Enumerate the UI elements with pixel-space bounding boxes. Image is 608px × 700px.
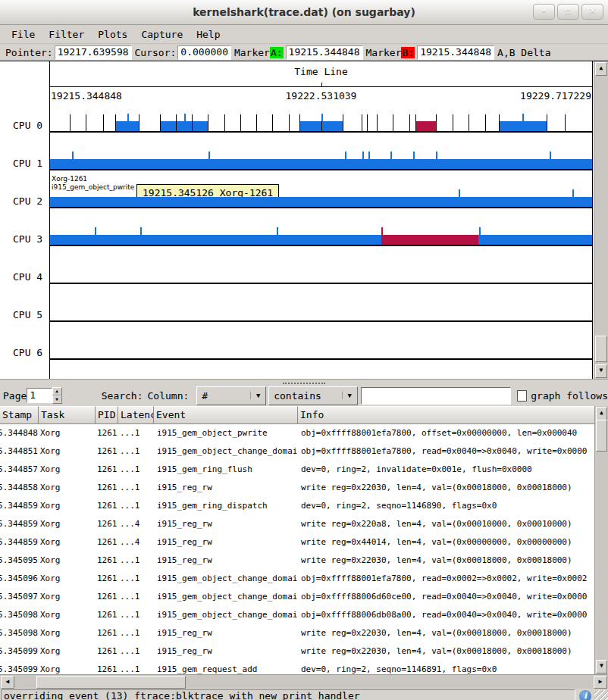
cell-stamp: 5.345095: [0, 552, 39, 570]
spin-up-icon[interactable]: ▲: [52, 387, 62, 395]
spin-down-icon[interactable]: ▼: [52, 395, 62, 404]
table-row[interactable]: 5.344851Xorg1261...1i915_gem_object_chan…: [0, 442, 595, 461]
table-row[interactable]: 5.345097Xorg1261...1i915_gem_object_chan…: [0, 588, 595, 606]
cpu-bar: [50, 159, 592, 169]
table-row[interactable]: 5.345098Xorg1261...1i915_reg_rwwrite reg…: [0, 624, 595, 642]
table-row[interactable]: 5.345096Xorg1261...1i915_gem_object_chan…: [0, 570, 595, 588]
cell-task: Xorg: [39, 442, 96, 461]
graph-vertical-scrollbar[interactable]: ▲ ▼: [594, 61, 608, 379]
timeline-plot[interactable]: Time Line 19215.344848 19222.531039 1922…: [50, 61, 593, 379]
menu-file[interactable]: File: [5, 27, 42, 42]
column-header-latency[interactable]: Latency: [118, 406, 154, 424]
scroll-up-icon[interactable]: ▲: [595, 62, 607, 76]
cell-task: Xorg: [39, 424, 96, 442]
cpu-row-label: CPU 3: [13, 234, 42, 245]
cell-pid: 1261: [96, 606, 118, 624]
cell-stamp: 5.344859: [0, 497, 39, 515]
cpu-row-label: CPU 6: [13, 348, 42, 358]
cpu-row-label: CPU 5: [13, 310, 42, 320]
table-row[interactable]: 5.344858Xorg1261...1i915_reg_rwwrite reg…: [0, 479, 595, 497]
page-spinbox[interactable]: 1: [27, 388, 52, 403]
hscrollbar-thumb[interactable]: [36, 676, 186, 689]
cpu-bar: [160, 121, 208, 131]
scroll-down-icon[interactable]: ▼: [596, 660, 607, 673]
graph-follows-checkbox[interactable]: [517, 390, 527, 402]
title-bar[interactable]: kernelshark(trace.dat) (on sugarbay) – ▫…: [0, 0, 608, 25]
scroll-left-icon[interactable]: ◀: [1, 676, 14, 689]
event-tick: [272, 114, 273, 131]
cpu-baseline: [50, 207, 592, 208]
cell-event: i915_reg_rw: [154, 642, 298, 661]
pointer-value: 19217.639598: [55, 45, 132, 60]
column-header-info[interactable]: Info: [298, 406, 608, 424]
scroll-up-icon[interactable]: ▲: [596, 407, 607, 420]
table-row[interactable]: 5.345095Xorg1261...1i915_reg_rwwrite reg…: [0, 552, 595, 570]
cell-task: Xorg: [39, 552, 96, 570]
cell-pid: 1261: [96, 442, 118, 461]
event-tick: [485, 114, 486, 131]
hover-task-label: Xorg-1261: [52, 175, 87, 183]
pane-splitter[interactable]: [0, 380, 608, 385]
cell-pid: 1261: [96, 533, 118, 552]
scroll-down-icon[interactable]: ▼: [595, 364, 607, 378]
maximize-icon[interactable]: ▫: [557, 4, 579, 20]
menu-help[interactable]: Help: [190, 27, 227, 42]
table-scrollbar-thumb[interactable]: [596, 420, 607, 452]
minimize-icon[interactable]: –: [533, 4, 555, 20]
table-row[interactable]: 5.344859Xorg1261...4i915_reg_rwwrite reg…: [0, 515, 595, 533]
time-label-right: 19229.717229: [520, 90, 591, 102]
event-tick: [453, 114, 453, 131]
marker-a-value: 19215.344848: [286, 45, 363, 60]
event-tick: [256, 114, 257, 131]
menu-filter[interactable]: Filter: [42, 27, 91, 42]
menu-capture[interactable]: Capture: [134, 27, 190, 42]
table-row[interactable]: 5.344848Xorg1261...1i915_gem_object_pwri…: [0, 424, 595, 442]
cell-info: obj=0xffff88006d60ce00, read=0x0040=>0x0…: [298, 588, 595, 606]
cpu-baseline: [50, 131, 592, 133]
event-tick: [192, 114, 193, 131]
table-horizontal-scrollbar[interactable]: ◀ ▶: [0, 674, 608, 689]
column-header-event[interactable]: Event: [154, 406, 298, 424]
table-row[interactable]: 5.345099Xorg1261...1i915_gem_request_add…: [0, 661, 595, 674]
scroll-right-icon[interactable]: ▶: [594, 676, 607, 689]
table-row[interactable]: 5.345099Xorg1261...1i915_reg_rwwrite reg…: [0, 642, 595, 661]
operator-select[interactable]: contains ▼: [268, 386, 357, 405]
marker-a-label: Marker: [234, 47, 270, 58]
search-input[interactable]: [361, 387, 511, 405]
info-icon[interactable]: i: [579, 690, 591, 700]
column-header-task[interactable]: Task: [39, 406, 96, 424]
cell-task: Xorg: [39, 570, 96, 588]
table-row[interactable]: 5.344857Xorg1261...1i915_gem_ring_flushd…: [0, 461, 595, 479]
window-controls: – ▫ ✕: [533, 4, 603, 20]
column-select[interactable]: # ▼: [196, 386, 266, 405]
close-icon[interactable]: ✕: [581, 4, 603, 20]
graph-scrollbar-thumb[interactable]: [595, 336, 607, 362]
cell-task: Xorg: [39, 497, 96, 515]
table-row[interactable]: 5.344859Xorg1261...4i915_reg_rwwrite reg…: [0, 533, 595, 552]
table-row[interactable]: 5.344859Xorg1261...1i915_gem_ring_dispat…: [0, 497, 595, 515]
cell-info: obj=0xffff88001efa7800, offset=0x0000000…: [298, 424, 595, 442]
cell-info: obj=0xffff88006db08a00, read=0x0040=>0x0…: [298, 606, 595, 624]
cell-task: Xorg: [39, 461, 96, 479]
cell-event: i915_gem_ring_flush: [154, 461, 298, 479]
event-tick: [208, 114, 208, 131]
menu-plots[interactable]: Plots: [91, 27, 134, 42]
cpu-row-label: CPU 1: [13, 158, 42, 169]
cell-latency: ...4: [118, 515, 154, 533]
event-tick: [377, 114, 378, 131]
event-table: StampTaskPIDLatencyEventInfo 5.344848Xor…: [0, 406, 608, 674]
column-header-pid[interactable]: PID: [96, 406, 118, 424]
table-row[interactable]: 5.345098Xorg1261...1i915_gem_object_chan…: [0, 606, 595, 624]
event-tick: [393, 114, 393, 131]
event-tick: [436, 114, 437, 131]
event-tick: [208, 152, 210, 159]
resize-grip[interactable]: [594, 690, 608, 700]
event-tick: [413, 152, 415, 159]
column-header-stamp[interactable]: Stamp: [0, 406, 39, 424]
table-vertical-scrollbar[interactable]: ▲ ▼: [594, 406, 608, 674]
cpu-row-label: CPU 2: [13, 196, 42, 207]
cell-pid: 1261: [96, 642, 118, 661]
cursor-value: 0.000000: [177, 45, 231, 60]
event-tick: [184, 114, 186, 121]
cell-latency: ...1: [118, 461, 154, 479]
